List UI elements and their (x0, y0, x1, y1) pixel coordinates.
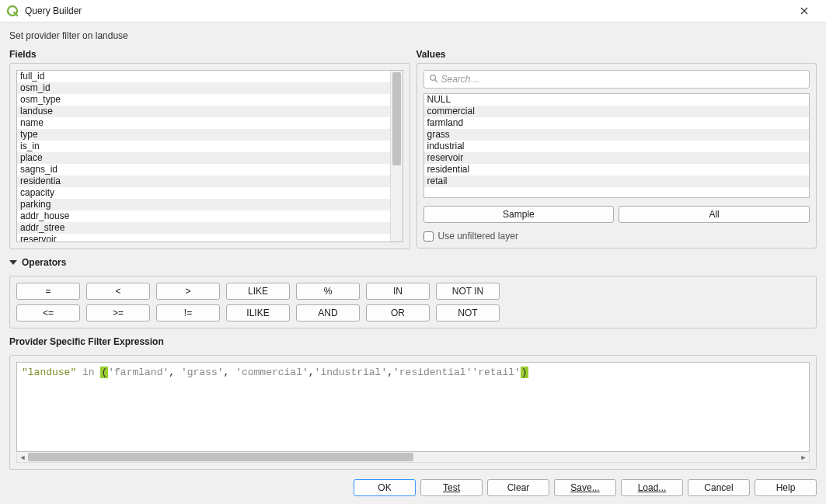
scroll-right-icon[interactable]: ► (798, 452, 809, 462)
token-close-paren: ) (521, 367, 528, 378)
unfiltered-checkbox-label: Use unfiltered layer (438, 231, 518, 242)
list-item[interactable]: type (17, 129, 390, 141)
chevron-down-icon (9, 260, 17, 265)
list-item[interactable]: retail (424, 176, 810, 187)
list-item[interactable]: full_id (17, 71, 390, 82)
expression-editor[interactable]: "landuse" in ('farmland', 'grass', 'comm… (16, 362, 810, 452)
save-button[interactable]: Save... (554, 479, 616, 496)
search-wrap[interactable] (423, 70, 810, 89)
op-lt[interactable]: < (86, 283, 150, 300)
load-button[interactable]: Load... (621, 479, 683, 496)
op-not[interactable]: NOT (436, 304, 500, 322)
expression-label: Provider Specific Filter Expression (9, 336, 817, 347)
token-field: "landuse" (22, 367, 76, 378)
list-item[interactable]: is_in (17, 141, 390, 152)
clear-button[interactable]: Clear (487, 479, 549, 496)
fields-scrollbar[interactable] (390, 71, 403, 242)
list-item[interactable]: osm_type (17, 94, 390, 106)
search-input[interactable] (441, 74, 805, 85)
fields-label: Fields (9, 49, 410, 60)
cancel-button[interactable]: Cancel (688, 479, 750, 496)
list-item[interactable]: landuse (17, 106, 390, 117)
list-item[interactable]: farmland (424, 117, 810, 129)
fields-list[interactable]: full_id osm_id osm_type landuse name typ… (16, 70, 403, 242)
qgis-icon (6, 5, 19, 17)
scrollbar-thumb[interactable] (392, 72, 401, 165)
search-icon (429, 74, 438, 85)
unfiltered-checkbox-wrap[interactable]: Use unfiltered layer (423, 231, 810, 242)
list-item[interactable]: residentia (17, 176, 390, 187)
ok-button[interactable]: OK (354, 479, 416, 496)
token-keyword: in (82, 367, 95, 378)
list-item[interactable]: reservoir (424, 152, 810, 164)
list-item[interactable]: addr_stree (17, 222, 390, 234)
op-ne[interactable]: != (156, 304, 220, 322)
op-or[interactable]: OR (366, 304, 430, 322)
op-like[interactable]: LIKE (226, 283, 290, 300)
op-ilike[interactable]: ILIKE (226, 304, 290, 322)
all-button[interactable]: All (619, 206, 810, 223)
list-item[interactable]: residential (424, 164, 810, 176)
close-button[interactable] (789, 0, 820, 22)
fields-group: full_id osm_id osm_type landuse name typ… (9, 63, 410, 249)
list-item[interactable]: commercial (424, 106, 810, 117)
list-item[interactable]: NULL (424, 94, 810, 106)
list-item[interactable]: capacity (17, 187, 390, 199)
values-list[interactable]: NULL commercial farmland grass industria… (423, 93, 810, 198)
op-and[interactable]: AND (296, 304, 360, 322)
list-item[interactable]: grass (424, 129, 810, 141)
expression-group: "landuse" in ('farmland', 'grass', 'comm… (9, 355, 817, 470)
op-in[interactable]: IN (366, 283, 430, 300)
values-group: NULL commercial farmland grass industria… (416, 63, 817, 249)
scroll-left-icon[interactable]: ◄ (17, 452, 28, 462)
test-button[interactable]: Test (420, 479, 483, 496)
unfiltered-checkbox[interactable] (423, 231, 434, 242)
list-item[interactable]: name (17, 117, 390, 129)
dialog-footer: OK Test Clear Save... Load... Cancel Hel… (9, 479, 817, 496)
token-string: 'residential' (393, 367, 472, 378)
list-item[interactable]: addr_house (17, 210, 390, 222)
subhead-label: Set provider filter on landuse (9, 30, 817, 41)
list-item[interactable]: reservoir (17, 234, 390, 242)
list-item[interactable]: industrial (424, 141, 810, 152)
expression-hscrollbar[interactable]: ◄ ► (16, 452, 810, 463)
op-gt[interactable]: > (156, 283, 220, 300)
op-le[interactable]: <= (16, 304, 80, 322)
token-string: 'commercial' (235, 367, 308, 378)
titlebar: Query Builder (0, 0, 826, 23)
list-item[interactable]: parking (17, 199, 390, 210)
operators-header[interactable]: Operators (9, 257, 817, 268)
op-eq[interactable]: = (16, 283, 80, 300)
help-button[interactable]: Help (755, 479, 817, 496)
token-open-paren: ( (100, 367, 108, 378)
svg-point-1 (430, 75, 435, 80)
list-item[interactable]: osm_id (17, 82, 390, 94)
token-string: 'grass' (181, 367, 224, 378)
operators-label: Operators (22, 257, 66, 268)
op-pct[interactable]: % (296, 283, 360, 300)
op-notin[interactable]: NOT IN (436, 283, 500, 300)
window-title: Query Builder (25, 5, 82, 16)
token-string: 'retail' (472, 367, 520, 378)
op-ge[interactable]: >= (86, 304, 150, 322)
list-item (424, 187, 810, 198)
sample-button[interactable]: Sample (423, 206, 615, 223)
scrollbar-thumb[interactable] (28, 453, 413, 461)
token-string: 'farmland' (108, 367, 169, 378)
values-label: Values (416, 49, 817, 60)
operators-group: = < > LIKE % IN NOT IN <= >= != ILIKE AN… (9, 276, 817, 328)
list-item[interactable]: sagns_id (17, 164, 390, 176)
token-string: 'industrial' (315, 367, 388, 378)
list-item[interactable]: place (17, 152, 390, 164)
